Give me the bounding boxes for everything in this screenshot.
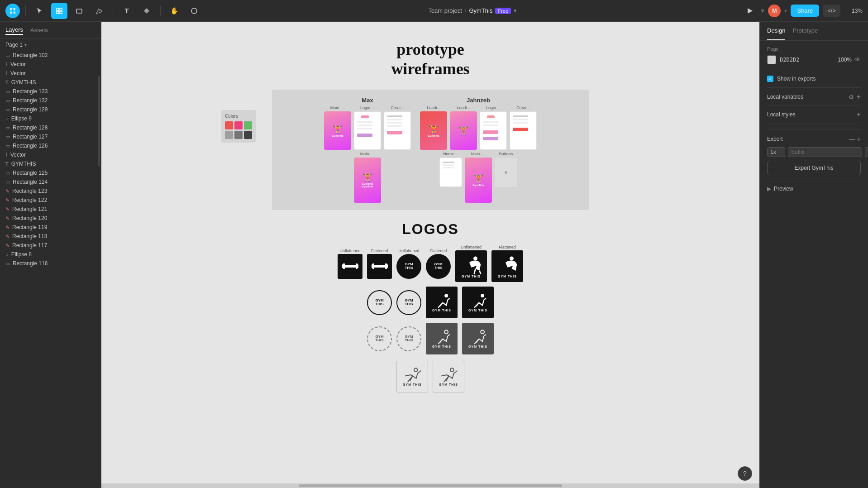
avatar-chevron[interactable]: ▾ bbox=[784, 8, 787, 14]
pen-tool[interactable] bbox=[91, 3, 107, 19]
color-swatch-gray1 bbox=[225, 131, 233, 139]
layer-item[interactable]: ✎ Rectangle 121 bbox=[0, 205, 101, 214]
logo-person-run-1: GYM THIS bbox=[426, 287, 458, 318]
layer-item[interactable]: ✎ Rectangle 120 bbox=[0, 214, 101, 223]
logo-gym-text: GYMTHIS bbox=[405, 299, 413, 307]
logo-person-run-dark-1: GYM THIS bbox=[426, 287, 458, 318]
svg-rect-2 bbox=[57, 11, 59, 14]
frame-label: Main -... bbox=[471, 152, 486, 156]
gym-this-label: GYM THIS bbox=[468, 345, 487, 348]
export-suffix-input[interactable] bbox=[788, 147, 862, 157]
rect-icon: ▭ bbox=[5, 179, 10, 185]
layer-item[interactable]: ▭ Rectangle 132 bbox=[0, 96, 101, 105]
canvas-hscroll[interactable] bbox=[101, 483, 759, 488]
export-button[interactable]: Export GymThis bbox=[767, 161, 861, 175]
frame-thumb: 🏋 GymThis bbox=[324, 111, 351, 150]
max-frames-row: Main -... 🏋 GymThis Login bbox=[324, 105, 411, 150]
page-color-row: D2D2D2 100% 👁 bbox=[767, 55, 861, 64]
ellipse-icon: ○ bbox=[5, 116, 9, 121]
layer-item[interactable]: ✎ Rectangle 122 bbox=[0, 196, 101, 205]
svg-point-21 bbox=[510, 257, 514, 261]
text-tool[interactable]: T bbox=[119, 3, 135, 19]
comment-tool[interactable] bbox=[186, 3, 202, 19]
logo-dumbbell-dark-1 bbox=[338, 254, 362, 279]
rect-icon: ▭ bbox=[5, 53, 10, 58]
eye-icon[interactable]: 👁 bbox=[854, 56, 861, 63]
help-button[interactable]: ? bbox=[738, 466, 752, 481]
tab-prototype[interactable]: Prototype bbox=[792, 22, 818, 40]
page-color-value[interactable]: D2D2D2 bbox=[780, 57, 799, 63]
local-styles-add-icon[interactable]: + bbox=[857, 111, 861, 118]
jahnzeb-frames-row: Loadi... 🏋 GymThis Loadi.. bbox=[420, 105, 537, 150]
layer-item[interactable]: ✎ Rectangle 123 bbox=[0, 187, 101, 196]
logo-gym-text: GYMTHIS bbox=[375, 299, 383, 307]
page-color-swatch[interactable] bbox=[767, 55, 776, 64]
code-button[interactable]: </> bbox=[823, 5, 840, 17]
zoom-level[interactable]: 13% bbox=[852, 8, 863, 14]
layer-item[interactable]: ⌇ Vector bbox=[0, 69, 101, 78]
components-tool[interactable] bbox=[138, 3, 155, 19]
canvas[interactable]: prototype wireframes Colors bbox=[101, 22, 759, 488]
layer-item[interactable]: ○ Ellipse 8 bbox=[0, 250, 101, 259]
preview-row[interactable]: ▶ Preview bbox=[767, 186, 861, 192]
layer-item[interactable]: ▭ Rectangle 126 bbox=[0, 141, 101, 150]
frame-tool[interactable] bbox=[51, 3, 67, 19]
share-button[interactable]: Share bbox=[791, 5, 819, 17]
max-frame-create: Creat... bbox=[384, 105, 411, 150]
layer-item[interactable]: ⌇ Vector bbox=[0, 60, 101, 69]
logo-kb-text-2: GYMTHIS bbox=[396, 290, 421, 315]
layer-item[interactable]: ▭ Rectangle 124 bbox=[0, 177, 101, 187]
layer-item[interactable]: ▭ Rectangle 133 bbox=[0, 87, 101, 96]
export-format-select[interactable]: PNG bbox=[865, 147, 868, 157]
file-menu-chevron[interactable]: ▾ bbox=[514, 7, 517, 14]
svg-marker-5 bbox=[144, 8, 149, 14]
app-logo[interactable] bbox=[5, 4, 20, 18]
rect-icon: ▭ bbox=[5, 107, 10, 113]
jahnzeb-frame-loading1: Loadi... 🏋 GymThis bbox=[420, 105, 447, 150]
layer-item[interactable]: ⌇ Vector bbox=[0, 150, 101, 159]
layer-item[interactable]: ▭ Rectangle 129 bbox=[0, 105, 101, 114]
rect-icon: ▭ bbox=[5, 89, 10, 95]
rect-icon: ✎ bbox=[5, 234, 10, 239]
color-swatch-gray2 bbox=[234, 131, 243, 139]
export-plus-icon[interactable]: + bbox=[857, 135, 861, 143]
shape-tool[interactable] bbox=[71, 3, 87, 19]
tab-design[interactable]: Design bbox=[767, 22, 785, 40]
gym-this-label: GYM THIS bbox=[432, 309, 451, 312]
move-tool[interactable] bbox=[31, 3, 48, 19]
hand-tool[interactable]: ✋ bbox=[166, 3, 182, 19]
toolbar-divider-3 bbox=[160, 5, 161, 16]
present-chevron[interactable]: ▾ bbox=[761, 6, 764, 15]
svg-rect-17 bbox=[386, 264, 388, 268]
layer-item[interactable]: ▭ Rectangle 127 bbox=[0, 132, 101, 141]
layer-item[interactable]: ✎ Rectangle 119 bbox=[0, 223, 101, 232]
layer-item[interactable]: T GYMTHIS bbox=[0, 78, 101, 87]
logo-dumbbell-dark-2 bbox=[367, 254, 392, 279]
layer-item[interactable]: ✎ Rectangle 118 bbox=[0, 232, 101, 241]
svg-point-6 bbox=[191, 8, 197, 14]
toolbar-divider-2 bbox=[113, 5, 113, 16]
layer-item[interactable]: T GYMTHIS bbox=[0, 159, 101, 168]
show-in-exports-checkbox[interactable] bbox=[767, 76, 773, 82]
layer-item[interactable]: ▭ Rectangle 125 bbox=[0, 168, 101, 177]
svg-rect-16 bbox=[372, 264, 373, 268]
local-variables-section: Local variables ⚙ + bbox=[767, 93, 861, 105]
local-variables-settings-icon[interactable]: ⚙ bbox=[849, 94, 854, 100]
gym-label: GymThis bbox=[362, 182, 373, 186]
layer-item[interactable]: ✎ Rectangle 117 bbox=[0, 241, 101, 250]
present-button[interactable] bbox=[743, 4, 757, 18]
toolbar-right: ▾ M ▾ Share </> 13% bbox=[743, 4, 863, 18]
project-name: Team project bbox=[428, 7, 462, 14]
layer-item[interactable]: ▭ Rectangle 128 bbox=[0, 123, 101, 132]
logo-person-outline-1: GYM THIS bbox=[396, 361, 428, 392]
export-minus-icon[interactable]: — bbox=[849, 135, 855, 143]
layer-item[interactable]: ▭ Rectangle 102 bbox=[0, 51, 101, 60]
export-scale-input[interactable] bbox=[767, 147, 785, 157]
tab-assets[interactable]: Assets bbox=[30, 26, 48, 34]
layer-item[interactable]: ○ Ellipse 9 bbox=[0, 114, 101, 123]
canvas-inner: prototype wireframes Colors bbox=[261, 40, 600, 392]
page-selector[interactable]: Page 1 ▾ bbox=[0, 39, 101, 51]
local-variables-add-icon[interactable]: + bbox=[857, 93, 861, 100]
layer-item[interactable]: ▭ Rectangle 116 bbox=[0, 259, 101, 268]
tab-layers[interactable]: Layers bbox=[5, 25, 23, 35]
